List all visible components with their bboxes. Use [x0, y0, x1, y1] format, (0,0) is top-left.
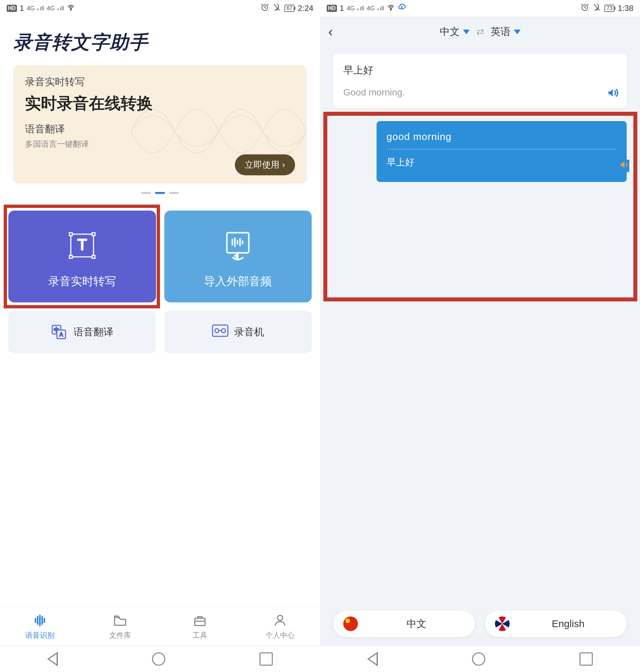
- language-buttons: 中文 English: [320, 602, 640, 645]
- toolbox-icon: [193, 613, 207, 628]
- dot-active[interactable]: [155, 192, 165, 194]
- svg-point-32: [390, 9, 391, 10]
- speak-english-button[interactable]: English: [485, 611, 627, 637]
- wave-decoration-icon: [131, 65, 307, 184]
- battery-icon: 67: [285, 5, 294, 12]
- text-transform-icon: T: [64, 227, 100, 264]
- dot[interactable]: [141, 192, 151, 194]
- chat-area: 早上好 Good morning. good morning 早上好: [320, 47, 640, 189]
- import-audio-card[interactable]: 导入外部音频: [164, 210, 312, 302]
- phone-screen-home: HD 1 4G ₊ıll 4G ₊ıll 67 2:24 录音转文字助手 录音实…: [0, 0, 320, 672]
- cassette-icon: [212, 324, 228, 340]
- nav-voice[interactable]: 语音识别: [0, 613, 80, 640]
- nav-profile[interactable]: 个人中心: [240, 613, 320, 640]
- svg-rect-2: [69, 233, 72, 236]
- translate-icon: 中 A: [51, 324, 67, 340]
- translation-card-incoming[interactable]: 早上好 Good morning.: [333, 54, 627, 108]
- status-time: 2:24: [298, 4, 313, 13]
- svg-point-22: [215, 329, 219, 333]
- folder-icon: [113, 613, 127, 628]
- mute-icon: [273, 3, 281, 14]
- svg-point-31: [277, 615, 282, 620]
- mute-icon: [593, 3, 601, 14]
- card-label: 录音机: [234, 325, 264, 339]
- svg-rect-5: [92, 255, 95, 259]
- lang-from-selector[interactable]: 中文: [440, 25, 470, 39]
- system-home-button[interactable]: [152, 652, 165, 666]
- system-nav: [320, 645, 640, 672]
- status-bar: HD 1 4G ₊ıll 4G ₊ıll 67 2:24: [0, 0, 320, 17]
- person-icon: [273, 613, 287, 628]
- translate-header: ‹ 中文 ⇄ 英语: [320, 17, 640, 47]
- bottom-nav: 语音识别 文件库 工具 个人中心: [0, 606, 320, 645]
- nav-files[interactable]: 文件库: [80, 613, 160, 640]
- uk-flag-icon: [495, 616, 510, 631]
- translation-card-outgoing[interactable]: good morning 早上好: [377, 121, 627, 182]
- system-back-button[interactable]: [367, 652, 378, 666]
- svg-point-0: [70, 9, 71, 10]
- back-button[interactable]: ‹: [328, 24, 333, 39]
- system-home-button[interactable]: [472, 652, 485, 666]
- hd-icon: HD: [327, 5, 337, 12]
- import-audio-icon: [220, 227, 256, 264]
- voice-icon: [33, 613, 47, 628]
- speaker-icon[interactable]: [607, 87, 619, 101]
- translated-text: 早上好: [387, 156, 617, 169]
- source-text: good morning: [387, 131, 617, 142]
- alarm-icon: [260, 3, 269, 14]
- svg-text:T: T: [77, 236, 87, 253]
- recorder-card[interactable]: 录音机: [164, 311, 312, 353]
- dot[interactable]: [169, 192, 179, 194]
- swap-languages-button[interactable]: ⇄: [476, 26, 484, 37]
- speaker-icon[interactable]: [620, 160, 629, 172]
- hd-icon: HD: [7, 5, 17, 12]
- svg-rect-3: [92, 233, 95, 236]
- card-label: 录音实时转写: [48, 274, 116, 289]
- signal-icon: 4G ₊ıll: [27, 5, 44, 12]
- card-label: 语音翻译: [73, 325, 113, 339]
- nav-tools[interactable]: 工具: [160, 613, 240, 640]
- battery-icon: 73: [605, 5, 614, 12]
- status-time: 1:38: [618, 4, 633, 13]
- signal-icon: 4G ₊ıll: [47, 5, 64, 12]
- china-flag-icon: [343, 616, 358, 631]
- chevron-down-icon: [514, 30, 521, 34]
- card-label: 导入外部音频: [204, 274, 272, 289]
- carousel-dots: [0, 192, 320, 194]
- record-transcribe-card[interactable]: T 录音实时转写: [8, 210, 156, 302]
- wifi-icon: [387, 3, 395, 13]
- system-back-button[interactable]: [47, 652, 58, 666]
- divider: [387, 149, 617, 149]
- svg-text:A: A: [59, 332, 63, 337]
- lang-to-selector[interactable]: 英语: [491, 25, 521, 39]
- status-bar: HD 1 4G ₊ıll 4G ₊ıll 73 1:38: [320, 0, 640, 17]
- svg-rect-4: [69, 255, 72, 259]
- svg-rect-30: [195, 618, 205, 625]
- system-recent-button[interactable]: [580, 652, 593, 666]
- hero-banner[interactable]: 录音实时转写 实时录音在线转换 语音翻译 多国语言一键翻译 立即使用 ›: [13, 65, 307, 184]
- wifi-icon: [67, 3, 75, 13]
- alarm-icon: [580, 3, 589, 14]
- chevron-down-icon: [463, 30, 470, 34]
- speak-chinese-button[interactable]: 中文: [333, 611, 475, 637]
- app-title: 录音转文字助手: [0, 17, 320, 65]
- cloud-sync-icon: [397, 3, 406, 14]
- phone-screen-translate: HD 1 4G ₊ıll 4G ₊ıll 73 1:38 ‹ 中文 ⇄ 英语 早…: [320, 0, 640, 672]
- signal-icon: 4G ₊ıll: [367, 5, 384, 12]
- svg-point-23: [221, 329, 226, 333]
- voice-translate-card[interactable]: 中 A 语音翻译: [8, 311, 156, 353]
- source-text: 早上好: [343, 63, 617, 77]
- translated-text: Good morning.: [343, 87, 617, 98]
- system-nav: [0, 645, 320, 672]
- signal-icon: 4G ₊ıll: [347, 5, 364, 12]
- system-recent-button[interactable]: [260, 652, 273, 666]
